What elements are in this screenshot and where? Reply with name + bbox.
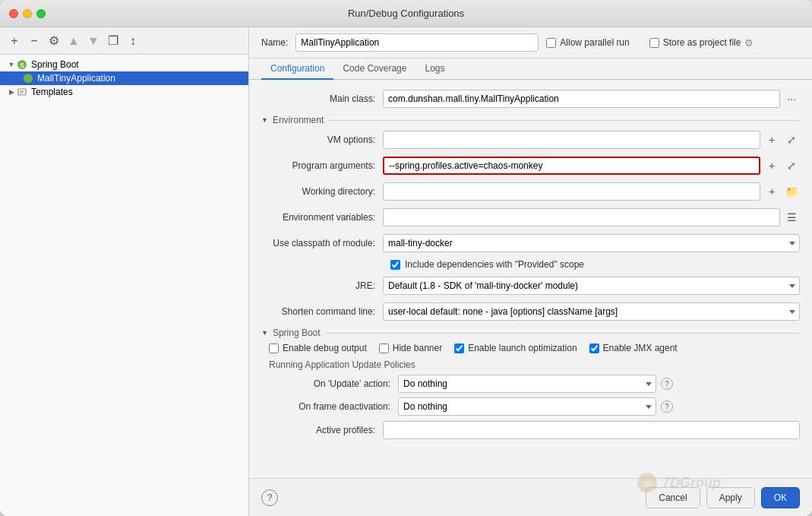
program-args-expand-button[interactable]: ⤢	[783, 157, 800, 174]
shorten-cmd-container: user-local default: none - java [options…	[383, 302, 800, 321]
templates-icon	[17, 87, 27, 97]
vm-options-expand-button[interactable]: ⤢	[783, 131, 800, 148]
enable-jmx-checkbox[interactable]	[589, 343, 599, 353]
allow-parallel-checkbox[interactable]	[546, 38, 556, 48]
on-update-container: Do nothing Update classes and resources …	[398, 375, 673, 393]
content-area: + − ⚙ ▲ ▼ ❐ ↕ ▼ S Sprin	[0, 27, 812, 516]
on-update-help-icon[interactable]: ?	[661, 378, 673, 390]
svg-text:7D: 7D	[643, 480, 652, 488]
classpath-select[interactable]: mall-tiny-docker	[383, 234, 800, 252]
environment-label: Environment	[273, 115, 324, 125]
templates-label: Templates	[31, 87, 73, 97]
env-vars-input[interactable]	[383, 208, 780, 226]
config-tree: ▼ S Spring Boot	[0, 55, 248, 516]
store-project-label: Store as project file	[663, 37, 741, 48]
env-vars-container: ☰	[383, 208, 800, 226]
sidebar: + − ⚙ ▲ ▼ ❐ ↕ ▼ S Sprin	[0, 27, 249, 516]
shorten-cmd-label: Shorten command line:	[261, 306, 383, 317]
store-project-container: Store as project file ⚙	[649, 37, 754, 49]
spring-boot-checkboxes: Enable debug output Hide banner Enable l…	[261, 343, 800, 353]
jre-row: JRE: Default (1.8 - SDK of 'mall-tiny-do…	[261, 276, 800, 296]
move-up-button[interactable]: ▲	[65, 33, 82, 49]
window-title: Run/Debug Configurations	[348, 8, 464, 19]
add-config-button[interactable]: +	[6, 33, 23, 49]
working-dir-label: Working directory:	[261, 186, 383, 197]
templates-arrow-icon: ▶	[6, 87, 17, 97]
main-panel: Name: Allow parallel run Store as projec…	[249, 27, 812, 516]
sidebar-item-spring-boot[interactable]: ▼ S Spring Boot	[0, 58, 248, 71]
spring-boot-section-label: Spring Boot	[273, 328, 321, 338]
tab-configuration[interactable]: Configuration	[261, 59, 333, 80]
on-update-select[interactable]: Do nothing Update classes and resources …	[398, 375, 656, 393]
name-row: Name: Allow parallel run Store as projec…	[249, 27, 812, 59]
hide-banner-checkbox[interactable]	[379, 343, 389, 353]
spring-boot-section-arrow-icon: ▼	[261, 329, 268, 337]
classpath-row: Use classpath of module: mall-tiny-docke…	[261, 233, 800, 253]
vm-options-add-button[interactable]: +	[763, 131, 780, 148]
active-profiles-row: Active profiles:	[261, 420, 800, 440]
include-deps-checkbox[interactable]	[390, 260, 400, 270]
vm-options-input[interactable]	[383, 131, 760, 149]
maximize-button[interactable]	[36, 9, 46, 18]
program-args-input[interactable]	[383, 157, 760, 175]
classpath-label: Use classpath of module:	[261, 238, 383, 249]
store-project-gear-icon[interactable]: ⚙	[744, 37, 754, 49]
vm-options-label: VM options:	[261, 135, 383, 145]
environment-arrow-icon: ▼	[261, 116, 268, 124]
active-profiles-label: Active profiles:	[261, 425, 383, 435]
on-frame-help-icon[interactable]: ?	[661, 400, 673, 413]
remove-config-button[interactable]: −	[26, 33, 43, 49]
name-input[interactable]	[295, 33, 539, 52]
active-profiles-input[interactable]	[383, 421, 800, 439]
settings-button[interactable]: ⚙	[46, 33, 62, 49]
working-dir-add-button[interactable]: +	[763, 183, 780, 200]
help-button[interactable]: ?	[261, 489, 278, 506]
watermark-logo-icon: 7D	[637, 472, 658, 493]
svg-rect-3	[18, 89, 26, 95]
enable-debug-label: Enable debug output	[283, 343, 367, 353]
working-dir-input[interactable]	[383, 182, 760, 201]
main-class-input[interactable]	[383, 90, 780, 108]
jre-container: Default (1.8 - SDK of 'mall-tiny-docker'…	[383, 277, 800, 295]
hide-banner-item: Hide banner	[379, 343, 442, 353]
app-icon	[23, 73, 33, 84]
enable-launch-label: Enable launch optimization	[468, 343, 577, 353]
bottom-bar: ? 7D 7DGroup Cancel Apply OK	[249, 478, 812, 516]
minimize-button[interactable]	[23, 9, 32, 18]
main-class-browse-button[interactable]: ···	[783, 90, 800, 107]
tab-code-coverage[interactable]: Code Coverage	[333, 59, 415, 80]
enable-debug-checkbox[interactable]	[269, 343, 279, 353]
program-args-add-button[interactable]: +	[763, 157, 780, 174]
shorten-cmd-row: Shorten command line: user-local default…	[261, 302, 800, 321]
sidebar-item-templates[interactable]: ▶ Templates	[0, 85, 248, 99]
env-vars-browse-button[interactable]: ☰	[783, 209, 800, 226]
move-down-button[interactable]: ▼	[85, 33, 102, 49]
jre-label: JRE:	[261, 280, 383, 291]
jre-select[interactable]: Default (1.8 - SDK of 'mall-tiny-docker'…	[383, 277, 800, 295]
main-class-label: Main class:	[261, 93, 383, 104]
working-dir-folder-button[interactable]: 📁	[783, 183, 800, 200]
vm-options-container: + ⤢	[383, 131, 800, 149]
spring-boot-label: Spring Boot	[31, 59, 79, 70]
enable-launch-checkbox[interactable]	[454, 343, 464, 353]
allow-parallel-container: Allow parallel run	[546, 37, 629, 48]
spring-boot-icon: S	[17, 59, 27, 70]
sidebar-item-mall-tiny[interactable]: MallTinyApplication	[0, 71, 248, 85]
copy-button[interactable]: ❐	[105, 33, 122, 49]
env-vars-row: Environment variables: ☰	[261, 207, 800, 227]
shorten-cmd-select[interactable]: user-local default: none - java [options…	[383, 302, 800, 321]
svg-text:S: S	[20, 62, 24, 69]
bottom-left: ?	[261, 489, 278, 506]
enable-debug-item: Enable debug output	[269, 343, 367, 353]
store-project-checkbox[interactable]	[649, 38, 659, 48]
tab-logs[interactable]: Logs	[415, 59, 453, 80]
on-frame-select[interactable]: Do nothing Update classes and resources …	[398, 397, 656, 416]
close-button[interactable]	[9, 9, 18, 18]
sort-button[interactable]: ↕	[125, 33, 141, 49]
titlebar: Run/Debug Configurations	[0, 0, 812, 27]
include-deps-label: Include dependencies with "Provided" sco…	[405, 259, 584, 270]
ok-button[interactable]: OK	[761, 487, 800, 508]
watermark: 7D 7DGroup	[637, 472, 721, 493]
tabs-row: Configuration Code Coverage Logs	[249, 59, 812, 80]
include-deps-row: Include dependencies with "Provided" sco…	[261, 259, 800, 270]
